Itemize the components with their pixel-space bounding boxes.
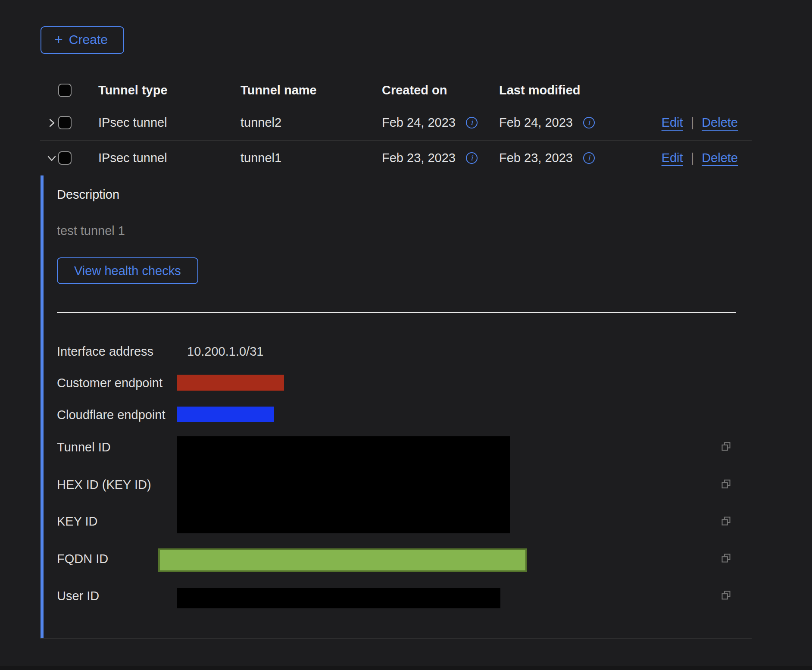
create-button-label: Create [69,32,108,47]
table-header-row: Tunnel type Tunnel name Created on Last … [40,75,752,105]
delete-link[interactable]: Delete [702,151,738,165]
fqdn-id-label: FQDN ID [57,552,108,566]
last-modified-cell: Feb 24, 2023 [499,116,573,130]
header-last-modified: Last modified [499,83,616,97]
key-id-label: KEY ID [57,514,98,529]
create-button[interactable]: + Create [41,26,124,54]
expanded-accent-bar [41,175,44,638]
row-checkbox[interactable] [58,116,72,129]
tunnel-name-cell: tunnel1 [240,151,382,165]
tunnel-name-cell: tunnel2 [240,116,382,130]
copy-icon[interactable] [720,515,732,527]
tunnels-table: Tunnel type Tunnel name Created on Last … [40,75,752,175]
tunnel-id-label: Tunnel ID [57,440,111,454]
detail-divider [57,312,736,313]
header-tunnel-name: Tunnel name [240,83,382,97]
chevron-down-icon[interactable] [46,153,58,164]
view-health-checks-button[interactable]: View health checks [57,257,198,284]
copy-icon[interactable] [720,478,732,490]
customer-endpoint-redacted-value [177,375,284,391]
user-id-redacted-value [177,588,500,608]
last-modified-cell: Feb 23, 2023 [499,151,573,165]
info-icon[interactable]: i [583,152,595,164]
cloudflare-endpoint-label: Cloudflare endpoint [57,408,166,422]
customer-endpoint-label: Customer endpoint [57,376,162,390]
table-row: IPsec tunnel tunnel1 Feb 23, 2023 i Feb … [40,141,752,175]
info-icon[interactable]: i [466,117,478,128]
row-checkbox[interactable] [58,151,72,165]
created-on-cell: Feb 24, 2023 [382,116,456,130]
tunnel-type-cell: IPsec tunnel [98,151,240,165]
select-all-checkbox[interactable] [58,84,72,97]
tunnel-type-cell: IPsec tunnel [98,116,240,130]
copy-icon[interactable] [720,441,732,452]
link-separator: | [691,151,694,165]
edit-link[interactable]: Edit [662,151,683,165]
edit-link[interactable]: Edit [662,116,683,130]
created-on-cell: Feb 23, 2023 [382,151,456,165]
delete-link[interactable]: Delete [702,116,738,130]
fqdn-id-redacted-value [158,548,527,572]
hex-id-label: HEX ID (KEY ID) [57,478,151,492]
plus-icon: + [54,32,63,47]
ids-redacted-value [177,436,510,533]
info-icon[interactable]: i [583,117,595,128]
chevron-right-icon[interactable] [46,117,58,128]
table-row: IPsec tunnel tunnel2 Feb 24, 2023 i Feb … [40,105,752,141]
copy-icon[interactable] [720,589,732,601]
copy-icon[interactable] [720,552,732,564]
description-value: test tunnel 1 [57,224,125,238]
interface-address-label: Interface address [57,344,153,359]
link-separator: | [691,116,694,130]
header-tunnel-type: Tunnel type [98,83,240,97]
user-id-label: User ID [57,589,99,603]
description-label: Description [57,188,119,202]
interface-address-value: 10.200.1.0/31 [187,344,263,359]
info-icon[interactable]: i [466,152,478,164]
tunnel-detail-panel: Description test tunnel 1 View health ch… [40,175,752,639]
cloudflare-endpoint-redacted-value [177,407,274,422]
header-created-on: Created on [382,83,499,97]
bottom-strip [0,666,812,670]
